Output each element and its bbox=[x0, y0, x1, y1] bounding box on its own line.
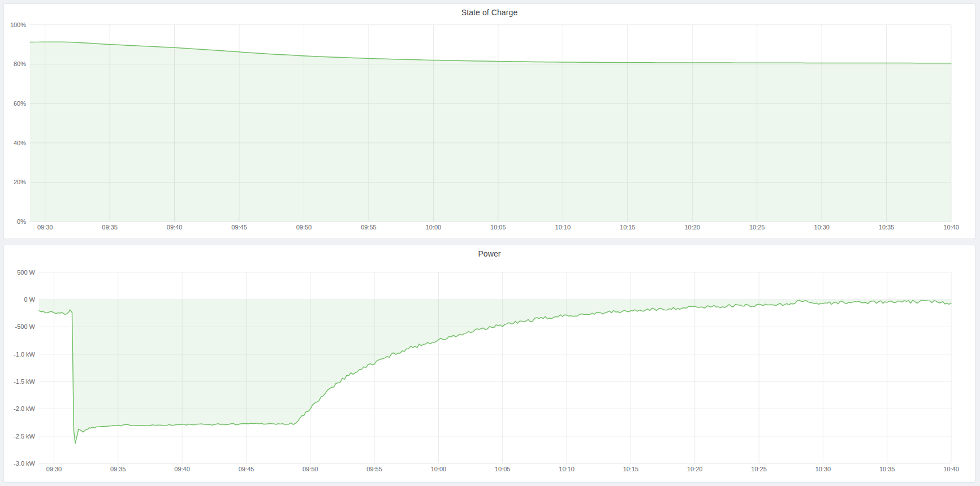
x-tick-label: 10:00 bbox=[426, 224, 441, 231]
x-tick-label: 10:05 bbox=[495, 466, 510, 472]
x-tick-label: 09:30 bbox=[46, 466, 62, 472]
chart-canvas-state-of-charge[interactable]: 100%80%60%40%20%0%09:3009:3509:4009:4509… bbox=[4, 4, 975, 238]
x-tick-label: 09:30 bbox=[37, 224, 53, 231]
y-tick-label: -1.5 kW bbox=[14, 378, 35, 385]
dashboard: State of Charge 100%80%60%40%20%0%09:300… bbox=[0, 0, 980, 486]
x-tick-label: 10:20 bbox=[684, 224, 700, 231]
x-tick-label: 10:25 bbox=[751, 466, 766, 472]
x-tick-label: 10:40 bbox=[943, 224, 959, 231]
x-tick-label: 09:40 bbox=[167, 224, 182, 231]
x-tick-label: 09:50 bbox=[296, 224, 312, 231]
x-tick-label: 10:20 bbox=[687, 466, 702, 472]
y-tick-label: 100% bbox=[10, 21, 26, 28]
x-tick-label: 09:55 bbox=[361, 224, 376, 231]
y-tick-label: 0% bbox=[17, 218, 26, 225]
y-tick-label: 500 W bbox=[17, 269, 35, 276]
y-tick-label: 80% bbox=[14, 60, 26, 67]
x-tick-label: 09:35 bbox=[102, 224, 117, 231]
panel-header-state-of-charge[interactable]: State of Charge bbox=[4, 4, 975, 21]
y-tick-label: -500 W bbox=[15, 323, 36, 330]
x-tick-label: 10:40 bbox=[943, 466, 959, 472]
panel-state-of-charge: State of Charge 100%80%60%40%20%0%09:300… bbox=[3, 3, 975, 239]
x-tick-label: 10:35 bbox=[879, 224, 894, 231]
x-tick-label: 09:45 bbox=[231, 224, 247, 231]
x-tick-label: 09:35 bbox=[110, 466, 126, 472]
y-tick-label: 0 W bbox=[24, 296, 35, 303]
y-tick-label: -3.0 kW bbox=[14, 460, 35, 467]
panel-title: Power bbox=[478, 249, 500, 258]
state-of-charge-chart[interactable]: 100%80%60%40%20%0%09:3009:3509:4009:4509… bbox=[4, 4, 975, 238]
x-tick-label: 10:05 bbox=[490, 224, 506, 231]
x-tick-label: 10:30 bbox=[814, 224, 829, 231]
y-tick-label: -2.5 kW bbox=[14, 433, 35, 440]
x-tick-label: 10:00 bbox=[431, 466, 446, 472]
y-tick-label: 60% bbox=[14, 100, 26, 107]
panel-title: State of Charge bbox=[461, 8, 518, 17]
x-tick-label: 10:15 bbox=[623, 466, 638, 472]
x-tick-label: 09:55 bbox=[366, 466, 382, 472]
chart-canvas-power[interactable]: 500 W0 W-500 W-1.0 kW-1.5 kW-2.0 kW-2.5 … bbox=[4, 245, 975, 482]
x-tick-label: 10:30 bbox=[815, 466, 831, 472]
x-tick-label: 09:50 bbox=[303, 466, 318, 472]
x-tick-label: 09:45 bbox=[239, 466, 254, 472]
x-tick-label: 09:40 bbox=[174, 466, 189, 472]
series-area bbox=[39, 300, 951, 443]
x-tick-label: 10:10 bbox=[555, 224, 571, 231]
x-tick-label: 10:25 bbox=[749, 224, 765, 231]
series-area bbox=[30, 42, 951, 222]
panel-header-power[interactable]: Power bbox=[4, 245, 975, 262]
x-tick-label: 10:15 bbox=[620, 224, 635, 231]
y-tick-label: 40% bbox=[14, 140, 26, 146]
y-tick-label: -1.0 kW bbox=[14, 351, 35, 358]
y-tick-label: -2.0 kW bbox=[14, 405, 35, 412]
x-tick-label: 10:35 bbox=[879, 466, 895, 472]
panel-power: Power 500 W0 W-500 W-1.0 kW-1.5 kW-2.0 k… bbox=[3, 245, 975, 483]
power-chart[interactable]: 500 W0 W-500 W-1.0 kW-1.5 kW-2.0 kW-2.5 … bbox=[4, 245, 975, 482]
x-tick-label: 10:10 bbox=[559, 466, 574, 472]
y-tick-label: 20% bbox=[14, 179, 26, 185]
